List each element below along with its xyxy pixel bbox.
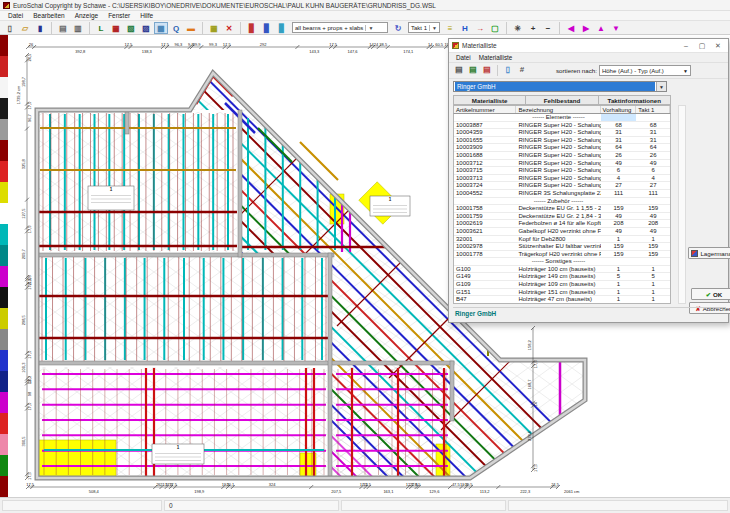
palette-color[interactable] [0,350,8,371]
menu-datei[interactable]: Datei [3,12,28,19]
palette-color[interactable] [0,98,8,119]
print-icon[interactable]: ▤ [453,65,465,76]
palette-color[interactable] [0,35,8,56]
height-icon[interactable]: H [458,22,472,34]
table-row[interactable]: 10002978Stützenhalter EU faltbar verzink… [454,243,670,251]
frame-icon[interactable]: ▢ [488,22,502,34]
save-icon[interactable]: ▮ [33,22,47,34]
lagermanager-button[interactable]: Lagermanager [688,247,730,259]
palette-color[interactable] [0,371,8,392]
tab-taktinformationen[interactable]: Taktinformationen [598,95,671,105]
maximize-icon[interactable]: ▢ [694,39,710,53]
table-row[interactable]: 32001Kopf für Deb280011 [454,236,670,244]
table-row[interactable]: 10001688RINGER Super H20 - Schalungs trä… [454,152,670,160]
table-row[interactable]: 10001655RINGER Super H20 - Schalungs trä… [454,137,670,145]
tab-materialliste[interactable]: Materialliste [453,95,525,105]
table-row[interactable]: G151Holzträger 151 cm (bauseits)11 [454,289,670,297]
document-icon[interactable]: ▯ [502,65,514,76]
palette-color[interactable] [0,182,8,203]
palette-color[interactable] [0,287,8,308]
palette-color[interactable] [0,77,8,98]
table-row[interactable]: B47Holzträger 47 cm (bauseits)11 [454,296,670,304]
delete-table-icon[interactable]: ✕ [222,22,236,34]
palette-color[interactable] [0,392,8,413]
table-row[interactable]: 10003621Gabelkopf H20 verzinkt ohne Fede… [454,228,670,236]
options-icon[interactable]: # [516,65,528,76]
chart-cyan-icon[interactable]: ▊ [275,22,289,34]
list-icon[interactable]: ≡ [443,22,457,34]
table-row[interactable]: 10003715RINGER Super H20 - Schalungs trä… [454,167,670,175]
formwork-tool-icon[interactable]: ▦ [109,22,123,34]
palette-color[interactable] [0,203,8,224]
table-row[interactable]: G100Holzträger 100 cm (bauseits)11 [454,266,670,274]
palette-color[interactable] [0,434,8,455]
pan-down-icon[interactable]: ▼ [609,22,623,34]
table-row[interactable]: 10003887RINGER Super H20 - Schalungs trä… [454,122,670,130]
print-list-icon[interactable]: ▤ [467,65,479,76]
palette-color[interactable] [0,308,8,329]
table-row[interactable]: 10001778Trägerkopf H20 verzinkt ohne Fed… [454,251,670,259]
grid-view-icon[interactable]: ▩ [154,22,168,34]
palette-color[interactable] [0,224,8,245]
table-scrollbar[interactable] [678,105,686,304]
print-preview-icon[interactable]: ▥ [71,22,85,34]
palette-color[interactable] [0,245,8,266]
dialog-menu-materialliste[interactable]: Materialliste [475,54,517,61]
dialog-menu-datei[interactable]: Datei [452,54,475,61]
wall-tool-icon[interactable]: L [94,22,108,34]
ok-button[interactable]: ✔ OK [691,288,730,300]
table-row[interactable]: ------ Elemente ------ [454,114,670,122]
table-row[interactable]: 10001759Deckenstütze EU Gr. 2 1,84 - 3,0… [454,213,670,221]
center-view-icon[interactable]: ✳ [511,22,525,34]
palette-color[interactable] [0,476,8,497]
menu-fenster[interactable]: Fenster [103,12,135,19]
takt-combo[interactable]: Takt 1▼ [408,22,440,33]
slab-tool-icon[interactable]: ▧ [124,22,138,34]
company-combo[interactable]: Ringer GmbH ▼ [453,81,667,92]
table-row[interactable]: 10003909RINGER Super H20 - Schalungs trä… [454,144,670,152]
pan-right-icon[interactable]: ▶ [579,22,593,34]
color-palette-strip[interactable] [0,35,8,497]
palette-color[interactable] [0,329,8,350]
table-row[interactable]: 10003724RINGER Super H20 - Schalungs trä… [454,182,670,190]
chart-red-icon[interactable]: ▊ [245,22,259,34]
material-table-icon[interactable]: ▦ [207,22,221,34]
chart-blue-icon[interactable]: ▊ [260,22,274,34]
print-export-icon[interactable]: ▤ [481,65,493,76]
palette-color[interactable] [0,413,8,434]
table-row[interactable]: G109Holzträger 109 cm (bauseits)11 [454,281,670,289]
table-row[interactable]: ------ Sonstiges ------ [454,258,670,266]
new-file-icon[interactable]: ▯ [3,22,17,34]
palette-color[interactable] [0,56,8,77]
print-icon[interactable]: ▤ [56,22,70,34]
palette-color[interactable] [0,161,8,182]
pan-up-icon[interactable]: ▲ [594,22,608,34]
zoom-in-icon[interactable]: + [526,22,540,34]
beam-tool-icon[interactable]: ▨ [139,22,153,34]
pointer-icon[interactable]: → [473,22,487,34]
menu-hilfe[interactable]: Hilfe [135,12,158,19]
palette-color[interactable] [0,266,8,287]
table-row[interactable]: 10002619Federbolzen ø 14 für alle Kopfte… [454,220,670,228]
table-row[interactable]: 10004552RINGER 3S Schalungsplatte 22mm 2… [454,190,670,198]
table-row[interactable]: 10004359RINGER Super H20 - Schalungs trä… [454,129,670,137]
table-row[interactable]: G149Holzträger 149 cm (bauseits)55 [454,273,670,281]
menu-bearbeiten[interactable]: Bearbeiten [28,12,69,19]
refresh-icon[interactable]: ↻ [391,22,405,34]
sort-combo[interactable]: Höhe (Auf.) - Typ (Auf.)▼ [599,65,691,76]
palette-color[interactable] [0,140,8,161]
display-filter-combo[interactable]: all beams + props + slabs▼ [292,22,388,33]
table-row[interactable]: 10001758Deckenstütze EU Gr. 1 1,55 - 2,5… [454,205,670,213]
minimize-icon[interactable]: – [678,39,694,53]
table-row[interactable]: 10003712RINGER Super H20 - Schalungs trä… [454,160,670,168]
menu-anzeige[interactable]: Anzeige [70,12,104,19]
pan-left-icon[interactable]: ◀ [564,22,578,34]
tab-fehlbestand[interactable]: Fehlbestand [525,95,597,105]
table-row[interactable]: ------ Zubehör ------ [454,198,670,206]
table-row[interactable]: 10003713RINGER Super H20 - Schalungs trä… [454,175,670,183]
open-folder-icon[interactable]: ▱ [18,22,32,34]
close-icon[interactable]: ✕ [710,39,726,53]
zoom-out-icon[interactable]: − [541,22,555,34]
zoom-tool-icon[interactable]: Q [169,22,183,34]
palette-color[interactable] [0,455,8,476]
